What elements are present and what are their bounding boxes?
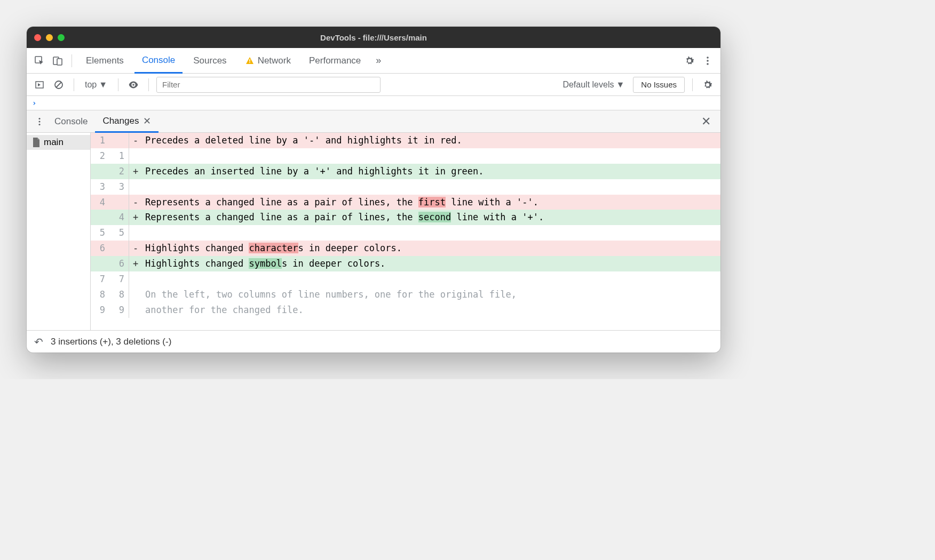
more-tabs-button[interactable]: » <box>371 55 385 66</box>
console-prompt[interactable]: › <box>27 96 720 110</box>
drawer-tabs: Console Changes ✕ ✕ <box>27 110 720 133</box>
svg-point-13 <box>38 121 40 122</box>
line-number-new: 5 <box>110 225 129 241</box>
svg-rect-4 <box>249 62 250 63</box>
diff-marker: - <box>129 195 142 210</box>
changes-panel: main 1-Precedes a deleted line by a '-' … <box>27 133 720 330</box>
line-number-old: 8 <box>91 287 110 302</box>
divider <box>692 78 693 91</box>
diff-content: Precedes a deleted line by a '-' and hig… <box>142 133 720 148</box>
line-number-old: 7 <box>91 271 110 287</box>
diff-content <box>142 179 720 195</box>
diff-content: Represents a changed line as a pair of l… <box>142 210 720 225</box>
line-number-old <box>91 256 110 271</box>
close-drawer-icon[interactable]: ✕ <box>697 115 715 129</box>
tab-sources[interactable]: Sources <box>186 48 234 74</box>
diff-row: 4+Represents a changed line as a pair of… <box>91 210 720 225</box>
divider <box>72 54 72 67</box>
line-number-old: 6 <box>91 241 110 256</box>
line-number-new: 6 <box>110 256 129 271</box>
diff-summary: 3 insertions (+), 3 deletions (-) <box>51 337 171 347</box>
traffic-lights <box>34 34 65 41</box>
diff-marker <box>129 287 142 302</box>
tab-performance[interactable]: Performance <box>302 48 368 74</box>
issues-button[interactable]: No Issues <box>633 77 685 93</box>
diff-highlight: symbol <box>249 258 281 269</box>
clear-console-icon[interactable] <box>51 77 66 92</box>
line-number-old: 5 <box>91 225 110 241</box>
tab-console[interactable]: Console <box>134 48 183 74</box>
diff-row: 77 <box>91 271 720 287</box>
diff-marker: - <box>129 241 142 256</box>
window-title: DevTools - file:///Users/main <box>27 33 720 42</box>
drawer-tab-console[interactable]: Console <box>47 110 95 133</box>
console-toolbar: top ▼ Default levels ▼ No Issues <box>27 74 720 96</box>
diff-marker <box>129 179 142 195</box>
divider <box>118 78 118 91</box>
line-number-old <box>91 164 110 179</box>
svg-point-12 <box>38 117 40 119</box>
diff-marker <box>129 225 142 241</box>
maximize-window-button[interactable] <box>58 34 65 41</box>
diff-marker <box>129 302 142 318</box>
line-number-old: 2 <box>91 148 110 164</box>
svg-line-10 <box>56 82 61 87</box>
line-number-old: 4 <box>91 195 110 210</box>
kebab-menu-icon[interactable] <box>700 53 715 68</box>
drawer-tab-changes[interactable]: Changes ✕ <box>95 110 159 133</box>
diff-content: On the left, two columns of line numbers… <box>142 287 720 302</box>
line-number-old: 1 <box>91 133 110 148</box>
close-window-button[interactable] <box>34 34 41 41</box>
line-number-new: 9 <box>110 302 129 318</box>
tab-elements[interactable]: Elements <box>78 48 131 74</box>
diff-content: Precedes an inserted line by a '+' and h… <box>142 164 720 179</box>
diff-row: 55 <box>91 225 720 241</box>
line-number-new: 1 <box>110 148 129 164</box>
file-item-main[interactable]: main <box>27 135 90 150</box>
close-tab-icon[interactable]: ✕ <box>143 115 151 127</box>
line-number-new: 2 <box>110 164 129 179</box>
dropdown-arrow-icon: ▼ <box>616 80 624 90</box>
main-tabs: Elements Console Sources Network Perform… <box>27 48 720 74</box>
log-levels-selector[interactable]: Default levels ▼ <box>558 80 629 90</box>
file-tree: main <box>27 133 91 330</box>
context-selector[interactable]: top ▼ <box>82 80 110 90</box>
revert-icon[interactable]: ↶ <box>34 335 43 348</box>
console-settings-icon[interactable] <box>700 77 715 92</box>
diff-content: Represents a changed line as a pair of l… <box>142 195 720 210</box>
line-number-old <box>91 210 110 225</box>
diff-content: another for the changed file. <box>142 302 720 318</box>
filter-input[interactable] <box>156 77 381 93</box>
live-expression-icon[interactable] <box>126 77 141 92</box>
diff-row: 2+Precedes an inserted line by a '+' and… <box>91 164 720 179</box>
sidebar-toggle-icon[interactable] <box>32 77 47 92</box>
svg-rect-3 <box>249 59 250 62</box>
diff-footer: ↶ 3 insertions (+), 3 deletions (-) <box>27 330 720 353</box>
diff-marker <box>129 148 142 164</box>
line-number-new <box>110 195 129 210</box>
diff-row: 33 <box>91 179 720 195</box>
diff-marker: + <box>129 256 142 271</box>
tab-network[interactable]: Network <box>237 48 298 74</box>
diff-marker: - <box>129 133 142 148</box>
minimize-window-button[interactable] <box>46 34 53 41</box>
file-label: main <box>44 137 64 148</box>
prompt-chevron-icon: › <box>32 99 36 107</box>
svg-point-11 <box>132 84 134 86</box>
diff-highlight: first <box>418 197 446 207</box>
svg-point-14 <box>38 123 40 125</box>
svg-rect-2 <box>57 59 62 65</box>
diff-content: Highlights changed characters in deeper … <box>142 241 720 256</box>
diff-row: 6-Highlights changed characters in deepe… <box>91 241 720 256</box>
settings-icon[interactable] <box>682 53 697 68</box>
dropdown-arrow-icon: ▼ <box>99 80 107 90</box>
inspect-element-icon[interactable] <box>32 53 47 68</box>
line-number-new <box>110 241 129 256</box>
diff-content <box>142 271 720 287</box>
line-number-new <box>110 133 129 148</box>
device-toolbar-icon[interactable] <box>50 53 65 68</box>
diff-view: 1-Precedes a deleted line by a '-' and h… <box>91 133 720 330</box>
divider <box>74 78 74 91</box>
drawer-kebab-icon[interactable] <box>32 114 47 129</box>
diff-content <box>142 148 720 164</box>
